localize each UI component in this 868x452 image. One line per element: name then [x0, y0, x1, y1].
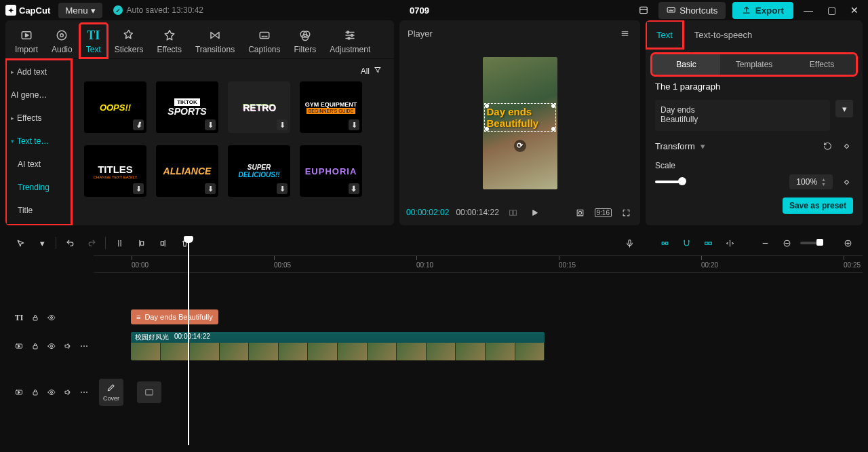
template-item[interactable]: TITLESCHANGE TEXT EASILY⬇	[84, 145, 146, 197]
cat-text-templates[interactable]: ▾Text te…	[5, 130, 72, 153]
minimize-button[interactable]: —	[800, 2, 816, 18]
maximize-button[interactable]: ▢	[823, 2, 840, 18]
lock-icon[interactable]	[30, 312, 41, 323]
text-category-list: ▸Add text AI gene… ▸Effects ▾Text te… AI…	[5, 59, 72, 225]
mute-icon[interactable]	[62, 387, 73, 398]
segment-effects[interactable]: Effects	[788, 54, 856, 75]
zoom-in-circle[interactable]	[840, 235, 856, 251]
download-icon[interactable]: ⬇	[277, 183, 288, 194]
tab-transitions[interactable]: Transitions	[189, 23, 241, 58]
link-tracks[interactable]	[700, 235, 716, 251]
zoom-out-button[interactable]	[757, 235, 773, 251]
player-menu-icon[interactable]	[617, 26, 632, 41]
menu-button[interactable]: Menu ▾	[58, 3, 102, 18]
template-item[interactable]: SUPERDELICIOUS!!⬇	[228, 145, 290, 197]
shortcuts-button[interactable]: Shortcuts	[658, 2, 726, 19]
more-icon[interactable]: ⋯	[79, 341, 90, 352]
keyframe-icon[interactable]	[840, 175, 853, 189]
mic-button[interactable]	[621, 235, 637, 251]
eye-icon[interactable]	[46, 312, 57, 323]
expand-textarea-button[interactable]: ▾	[835, 100, 853, 117]
template-item[interactable]: ALLIANCE⬇	[156, 145, 218, 197]
download-icon[interactable]: ⬇	[349, 183, 359, 194]
zoom-out-circle[interactable]	[778, 235, 795, 251]
tool-dropdown[interactable]: ▾	[34, 235, 50, 251]
magnet-main-track[interactable]	[656, 235, 673, 251]
stepper-icon[interactable]: ▲▼	[821, 177, 826, 187]
preview-axis[interactable]	[722, 235, 738, 251]
split-tool[interactable]	[111, 235, 127, 251]
tab-text[interactable]: TIText	[79, 23, 108, 58]
trim-left-tool[interactable]	[133, 235, 149, 251]
play-button[interactable]	[528, 205, 542, 220]
text-clip[interactable]: ≡ Day ends Beautifully	[131, 309, 218, 324]
more-icon[interactable]: ⋯	[79, 387, 90, 398]
template-item[interactable]: GYM EQUIPMENTBEGINNER'S GUIDE⬇	[300, 81, 362, 133]
tab-import[interactable]: Import	[8, 23, 45, 58]
pointer-tool[interactable]	[12, 235, 28, 251]
layout-button[interactable]	[635, 2, 652, 18]
lock-icon[interactable]	[30, 341, 41, 352]
filter-all[interactable]: All	[361, 66, 382, 76]
undo-button[interactable]	[62, 235, 78, 251]
transitions-icon	[208, 29, 222, 42]
segment-templates[interactable]: Templates	[720, 54, 788, 75]
player-viewport[interactable]: Day ends Beautifully ⟳	[399, 46, 640, 200]
preview-text-overlay[interactable]: Day ends Beautifully ⟳	[487, 106, 553, 129]
cover-slot[interactable]	[137, 381, 161, 403]
eye-icon[interactable]	[46, 387, 57, 398]
scale-value[interactable]: 100% ▲▼	[789, 174, 833, 189]
paragraph-textarea[interactable]	[655, 100, 830, 131]
tab-audio[interactable]: Audio	[45, 23, 79, 58]
scale-slider[interactable]	[655, 181, 682, 183]
redo-button[interactable]	[83, 235, 100, 251]
lock-icon[interactable]	[30, 387, 41, 398]
close-button[interactable]: ✕	[846, 2, 863, 18]
tab-effects[interactable]: Effects	[150, 23, 188, 58]
mute-icon[interactable]	[62, 341, 73, 352]
rotate-handle-icon[interactable]: ⟳	[514, 140, 526, 152]
compare-icon[interactable]	[506, 205, 521, 220]
template-item[interactable]: OOPS!!⬇	[84, 81, 146, 133]
cat-effects[interactable]: ▸Effects	[5, 107, 72, 130]
reset-icon[interactable]	[821, 139, 834, 153]
save-preset-button[interactable]: Save as preset	[783, 197, 853, 214]
cat-title[interactable]: Title	[5, 199, 72, 222]
segment-basic[interactable]: Basic	[652, 54, 720, 75]
inspector-tab-tts[interactable]: Text-to-speech	[684, 20, 763, 49]
inspector-tab-text[interactable]: Text	[646, 20, 684, 49]
tab-captions[interactable]: Captions	[241, 23, 287, 58]
aspect-ratio[interactable]: 9:16	[595, 208, 612, 217]
download-icon[interactable]: ⬇	[133, 183, 144, 194]
eye-icon[interactable]	[46, 341, 57, 352]
tab-stickers[interactable]: Stickers	[108, 23, 151, 58]
export-button[interactable]: Export	[732, 2, 793, 19]
trim-right-tool[interactable]	[155, 235, 171, 251]
preview-frame[interactable]: Day ends Beautifully ⟳	[483, 57, 557, 189]
download-icon[interactable]: ⬇	[205, 183, 216, 194]
template-item[interactable]: EUPHORIA⬇	[300, 145, 362, 197]
video-clip[interactable]: 校园好风光 00:00:14:22	[131, 332, 545, 360]
cat-ai-text[interactable]: AI text	[5, 153, 72, 176]
scale-fit-icon[interactable]	[573, 205, 588, 220]
tab-adjustment[interactable]: Adjustment	[323, 23, 377, 58]
timeline-ruler[interactable]: 00:00 00:05 00:10 00:15 00:20 00:25	[94, 255, 863, 273]
keyframe-icon[interactable]	[840, 139, 853, 153]
download-icon[interactable]: ⬇	[205, 119, 216, 130]
cat-add-text[interactable]: ▸Add text	[5, 60, 72, 83]
zoom-slider[interactable]	[800, 242, 821, 244]
cover-button[interactable]: Cover	[99, 379, 123, 406]
download-icon[interactable]: ⬇	[349, 119, 359, 130]
fullscreen-icon[interactable]	[618, 205, 633, 220]
playhead[interactable]	[188, 242, 189, 445]
media-tabs: Import Audio TIText Stickers Effects Tra…	[5, 20, 394, 59]
magnet-snap[interactable]	[678, 235, 694, 251]
cat-ai-gene[interactable]: AI gene…	[5, 83, 72, 107]
tab-filters[interactable]: Filters	[288, 23, 323, 58]
template-item[interactable]: RETRO⬇	[228, 81, 290, 133]
download-icon[interactable]: ⬇	[133, 119, 144, 130]
template-item[interactable]: TIKTOKSPORTS⬇	[156, 81, 218, 133]
effects-icon	[162, 29, 177, 42]
cat-trending[interactable]: Trending	[5, 176, 72, 199]
download-icon[interactable]: ⬇	[277, 119, 288, 130]
